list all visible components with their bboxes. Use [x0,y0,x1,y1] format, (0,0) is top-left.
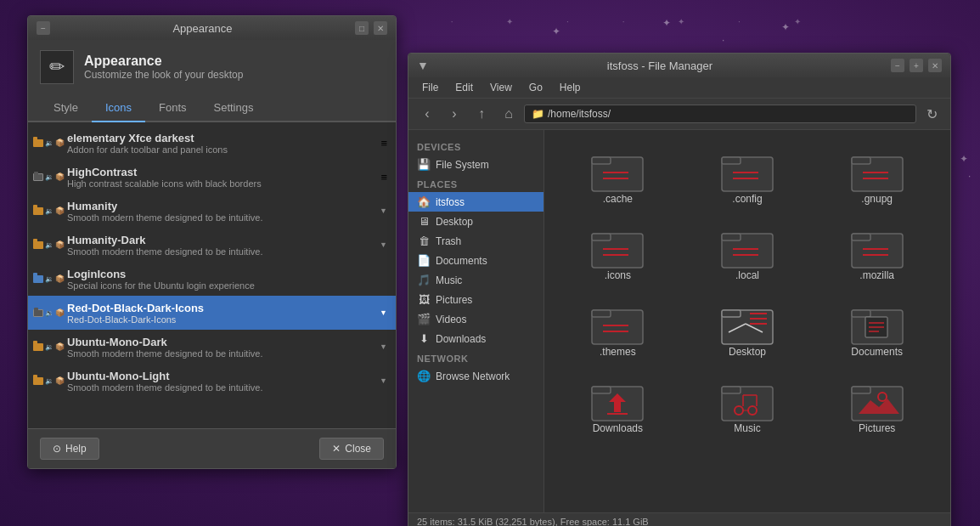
icon-thumb-highcontrast: 🔉 📦 [37,165,60,189]
icon-theme-ubuntu-mono-dark[interactable]: 🔉 📦 Ubuntu-Mono-Dark Smooth modern theme… [28,330,396,364]
fm-maximize-button[interactable]: + [910,59,923,72]
fm-item-music[interactable]: Music [683,368,813,444]
close-button[interactable]: ✕ [374,21,387,35]
menu-go[interactable]: Go [522,80,549,95]
forward-button[interactable]: › [442,102,466,126]
icon-desc: Smooth modern theme designed to be intui… [67,382,373,393]
sidebar-item-desktop[interactable]: 🖥 Desktop [408,212,544,231]
fm-item-label: .cache [603,193,633,205]
sidebar-item-itsfoss[interactable]: 🏠 itsfoss [408,192,544,212]
icon-text-ubuntu-mono-light: Ubuntu-Mono-Light Smooth modern theme de… [67,370,373,393]
icon-theme-red-dot[interactable]: 🔉 📦 Red-Dot-Black-Dark-Icons Red-Dot-Bla… [28,296,396,330]
monitor-mini-icon: 📦 [55,274,65,283]
sidebar-item-network[interactable]: 🌐 Browse Network [408,366,544,386]
fm-item-downloads[interactable]: Downloads [553,368,683,444]
tab-style[interactable]: Style [40,94,92,122]
icon-theme-loginicons[interactable]: 🔉 📦 LoginIcons Special icons for the Ubu… [28,262,396,296]
folder-icon-config [720,149,774,193]
reload-button[interactable]: ↻ [920,102,943,126]
back-button[interactable]: ‹ [415,102,439,126]
menu-help[interactable]: Help [553,80,588,95]
fm-item-icons[interactable]: .icons [553,215,683,291]
address-bar[interactable]: 📁 /home/itsfoss/ [524,105,916,123]
fm-item-label: .themes [600,346,636,358]
fm-minimize-button[interactable]: − [891,59,904,72]
sound-mini-icon: 🔉 [45,275,54,283]
sidebar-label-downloads: Downloads [436,333,486,345]
folder-mini-icon [33,207,43,215]
icon-name: Ubuntu-Mono-Dark [67,336,373,348]
folder-icon-icons [590,225,645,269]
fm-item-pictures[interactable]: Pictures [812,368,942,444]
sound-mini-icon: 🔉 [45,207,54,215]
sidebar-item-trash[interactable]: 🗑 Trash [408,231,544,251]
tab-icons[interactable]: Icons [92,94,145,122]
svg-rect-46 [722,387,741,393]
icon-theme-humanity[interactable]: 🔉 📦 Humanity Smooth modern theme designe… [28,194,396,228]
icon-name: Ubuntu-Mono-Light [67,370,373,382]
fm-item-desktop[interactable]: Desktop [683,291,813,368]
help-button[interactable]: ⊙ Help [40,438,99,460]
fm-item-gnupg[interactable]: .gnupg [812,139,942,215]
fm-item-themes[interactable]: .themes [553,291,683,368]
sidebar-label-pictures: Pictures [436,294,472,306]
appearance-footer: ⊙ Help ✕ Close [28,428,396,468]
close-button-footer[interactable]: ✕ Close [319,438,384,460]
menu-edit[interactable]: Edit [448,80,480,95]
downloads-icon: ⬇ [417,332,431,345]
maximize-button[interactable]: □ [355,21,369,35]
fm-item-mozilla[interactable]: .mozilla [812,215,942,291]
icon-desc: Special icons for the Ubuntu login exper… [67,280,387,291]
up-button[interactable]: ↑ [470,102,493,126]
sound-mini-icon: 🔉 [45,241,54,249]
sound-mini-icon: 🔉 [45,343,54,351]
menu-view[interactable]: View [483,80,519,95]
icon-thumb-humanity-dark: 🔉 📦 [37,233,60,257]
minimize-button[interactable]: − [37,21,50,35]
fm-grid: .cache .config . [544,130,950,512]
icon-text-elementary: elementary Xfce darkest Addon for dark t… [67,132,374,155]
sidebar-item-pictures[interactable]: 🖼 Pictures [408,290,544,309]
sidebar-item-downloads[interactable]: ⬇ Downloads [408,329,544,348]
sidebar-item-music[interactable]: 🎵 Music [408,270,544,290]
icon-theme-ubuntu-mono-light[interactable]: 🔉 📦 Ubuntu-Mono-Light Smooth modern them… [28,364,396,398]
videos-icon: 🎬 [417,313,431,325]
svg-rect-13 [592,234,611,240]
sidebar-item-filesystem[interactable]: 💾 File System [408,155,544,174]
tab-settings[interactable]: Settings [200,94,268,122]
fm-item-cache[interactable]: .cache [553,139,683,215]
sound-mini-icon: 🔉 [45,173,54,181]
fm-item-label: .config [732,193,762,205]
fm-item-local[interactable]: .local [683,215,813,291]
tab-fonts[interactable]: Fonts [145,94,200,122]
sidebar-item-documents[interactable]: 📄 Documents [408,251,544,270]
folder-mini-icon [33,241,43,249]
sound-mini-icon: 🔉 [45,377,54,385]
icon-name: LoginIcons [67,268,387,280]
folder-icon-cache [590,149,645,193]
sidebar-item-videos[interactable]: 🎬 Videos [408,309,544,329]
sidebar-label-desktop: Desktop [436,216,473,228]
fm-close-button[interactable]: ✕ [928,59,942,72]
fm-item-label: Pictures [859,422,895,434]
sidebar-label-videos: Videos [436,314,466,325]
icon-thumb-ubuntu-mono-light: 🔉 📦 [37,369,60,393]
icon-name: Humanity [67,200,373,212]
icon-desc: Smooth modern theme designed to be intui… [67,246,373,257]
home-button[interactable]: ⌂ [497,102,521,126]
icon-desc: High contrast scalable icons with black … [67,178,374,189]
svg-rect-5 [722,157,741,164]
icon-theme-highcontrast[interactable]: 🔉 📦 HighContrast High contrast scalable … [28,160,396,194]
icon-name: HighContrast [67,166,374,178]
documents-icon: 📄 [417,254,431,267]
fm-title: itsfoss - File Manager [429,59,891,72]
chevron-down-icon: ▼ [380,206,387,215]
icon-theme-humanity-dark[interactable]: 🔉 📦 Humanity-Dark Smooth modern theme de… [28,228,396,262]
fm-item-config[interactable]: .config [683,139,813,215]
icon-text-red-dot: Red-Dot-Black-Dark-Icons Red-Dot-Black-D… [67,302,373,325]
fm-item-documents[interactable]: Documents [812,291,942,368]
menu-file[interactable]: File [415,80,445,95]
sidebar-label-music: Music [436,274,462,286]
icon-theme-elementary[interactable]: 🔉 📦 elementary Xfce darkest Addon for da… [28,126,396,160]
svg-rect-36 [852,310,870,317]
